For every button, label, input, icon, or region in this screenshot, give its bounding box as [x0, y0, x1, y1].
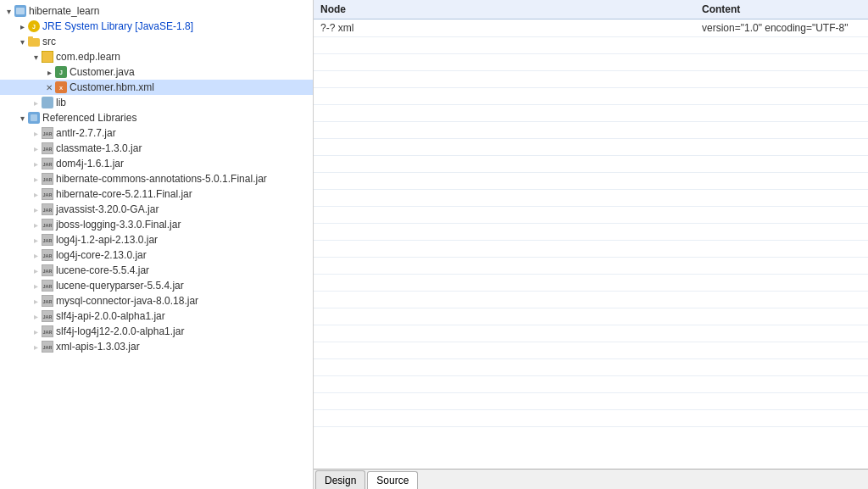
tree-project[interactable]: ▾ hibernate_learn: [0, 3, 313, 19]
tab-source[interactable]: Source: [367, 471, 418, 489]
tree-jar[interactable]: ▸ JAR classmate-1.3.0.jar: [0, 141, 313, 156]
svg-text:JAR: JAR: [42, 345, 52, 350]
tree-jar[interactable]: ▸ JAR slf4j-api-2.0.0-alpha1.jar: [0, 308, 313, 324]
table-row[interactable]: [314, 292, 868, 308]
node-cell: [314, 190, 695, 207]
table-row[interactable]: [314, 342, 868, 359]
jar-arrow: ▸: [31, 326, 41, 336]
tree-jar[interactable]: ▸ JAR jboss-logging-3.3.0.Final.jar: [0, 217, 313, 232]
table-row[interactable]: [314, 359, 868, 376]
reflibs-icon: [27, 111, 41, 125]
jar-icon: JAR: [41, 279, 54, 292]
tree-jar[interactable]: ▸ JAR hibernate-core-5.2.11.Final.jar: [0, 186, 313, 202]
tab-design[interactable]: Design: [315, 470, 365, 489]
table-row[interactable]: [314, 275, 868, 292]
content-cell: [695, 258, 868, 275]
table-row[interactable]: [314, 207, 868, 224]
jar-arrow: ▸: [31, 281, 41, 291]
table-row[interactable]: [314, 54, 868, 71]
tree-customer-xml[interactable]: ✕ X Customer.hbm.xml: [0, 80, 313, 95]
tree-jre[interactable]: ▸ J JRE System Library [JavaSE-1.8]: [0, 19, 313, 34]
node-cell: [314, 241, 695, 258]
jar-label: classmate-1.3.0.jar: [56, 142, 142, 154]
node-cell: [314, 105, 695, 122]
table-row[interactable]: [314, 71, 868, 88]
table-row[interactable]: [314, 410, 868, 427]
node-cell: [314, 88, 695, 105]
svg-text:JAR: JAR: [42, 330, 52, 335]
tree-jar[interactable]: ▸ JAR lucene-queryparser-5.5.4.jar: [0, 278, 313, 293]
jar-label: xml-apis-1.3.03.jar: [56, 341, 140, 353]
jar-label: slf4j-log4j12-2.0.0-alpha1.jar: [56, 325, 184, 337]
content-cell: [695, 156, 868, 173]
java-arrow: ▸: [44, 67, 54, 77]
xml-icon: X: [54, 81, 68, 94]
jar-arrow: ▸: [31, 265, 41, 275]
reflibs-label: Referenced Libraries: [42, 112, 136, 124]
content-cell: [695, 325, 868, 342]
tree-jar[interactable]: ▸ JAR log4j-core-2.13.0.jar: [0, 247, 313, 263]
jar-icon: JAR: [41, 325, 54, 338]
jar-label: mysql-connector-java-8.0.18.jar: [56, 295, 198, 307]
bottom-tabs: Design Source: [314, 469, 868, 489]
tree-lib[interactable]: ▸ lib: [0, 95, 313, 110]
content-cell: [695, 292, 868, 308]
table-row[interactable]: [314, 308, 868, 325]
table-row[interactable]: [314, 258, 868, 275]
table-row[interactable]: [314, 376, 868, 393]
node-cell: [314, 139, 695, 156]
jar-icon: JAR: [41, 157, 54, 170]
tree-customer-java[interactable]: ▸ J Customer.java: [0, 64, 313, 80]
table-row[interactable]: [314, 105, 868, 122]
table-row[interactable]: [314, 393, 868, 410]
table-row[interactable]: [314, 173, 868, 190]
table-row[interactable]: [314, 190, 868, 207]
jar-icon: JAR: [41, 142, 54, 155]
content-cell: [695, 139, 868, 156]
table-row[interactable]: [314, 241, 868, 258]
svg-text:JAR: JAR: [42, 162, 52, 167]
tree-jar[interactable]: ▸ JAR lucene-core-5.5.4.jar: [0, 263, 313, 278]
tree-src[interactable]: ▾ src: [0, 34, 313, 49]
tree-jar[interactable]: ▸ JAR xml-apis-1.3.03.jar: [0, 339, 313, 354]
table-row[interactable]: [314, 122, 868, 139]
jar-icon: JAR: [41, 340, 54, 353]
svg-rect-13: [31, 114, 37, 121]
svg-rect-1: [16, 8, 25, 14]
table-row[interactable]: [314, 325, 868, 342]
node-cell: [314, 122, 695, 139]
tree-jar[interactable]: ▸ JAR slf4j-log4j12-2.0.0-alpha1.jar: [0, 324, 313, 339]
table-row[interactable]: [314, 88, 868, 105]
jar-label: hibernate-core-5.2.11.Final.jar: [56, 188, 192, 200]
jar-arrow: ▸: [31, 204, 41, 214]
tree-jar[interactable]: ▸ JAR mysql-connector-java-8.0.18.jar: [0, 293, 313, 308]
jar-icon: JAR: [41, 309, 54, 323]
svg-rect-11: [42, 97, 53, 108]
node-cell: [314, 173, 695, 190]
table-row[interactable]: [314, 224, 868, 241]
tree-jar[interactable]: ▸ JAR hibernate-commons-annotations-5.0.…: [0, 171, 313, 186]
jar-label: antlr-2.7.7.jar: [56, 127, 116, 139]
jar-label: log4j-core-2.13.0.jar: [56, 249, 147, 261]
table-row[interactable]: [314, 156, 868, 173]
node-cell: [314, 54, 695, 71]
table-row[interactable]: [314, 37, 868, 54]
project-name: hibernate_learn: [29, 5, 99, 17]
project-tree: ▾ hibernate_learn ▸ J JRE System Library…: [0, 0, 314, 489]
tree-reflibs[interactable]: ▾ Referenced Libraries: [0, 110, 313, 125]
svg-text:JAR: JAR: [42, 269, 52, 274]
jre-icon: J: [27, 19, 41, 33]
node-cell: [314, 156, 695, 173]
tree-jar[interactable]: ▸ JAR javassist-3.20.0-GA.jar: [0, 202, 313, 217]
tree-jar[interactable]: ▸ JAR dom4j-1.6.1.jar: [0, 156, 313, 171]
table-row[interactable]: [314, 139, 868, 156]
tree-package[interactable]: ▾ com.edp.learn: [0, 49, 313, 64]
jar-icon: JAR: [41, 264, 54, 277]
table-row[interactable]: ?-? xml version="1.0" encoding="UTF-8": [314, 19, 868, 37]
tree-jar[interactable]: ▸ JAR antlr-2.7.7.jar: [0, 125, 313, 141]
jar-label: lucene-core-5.5.4.jar: [56, 264, 149, 276]
tree-jar[interactable]: ▸ JAR log4j-1.2-api-2.13.0.jar: [0, 232, 313, 247]
content-cell: [695, 190, 868, 207]
node-cell: [314, 342, 695, 359]
node-cell: [314, 325, 695, 342]
